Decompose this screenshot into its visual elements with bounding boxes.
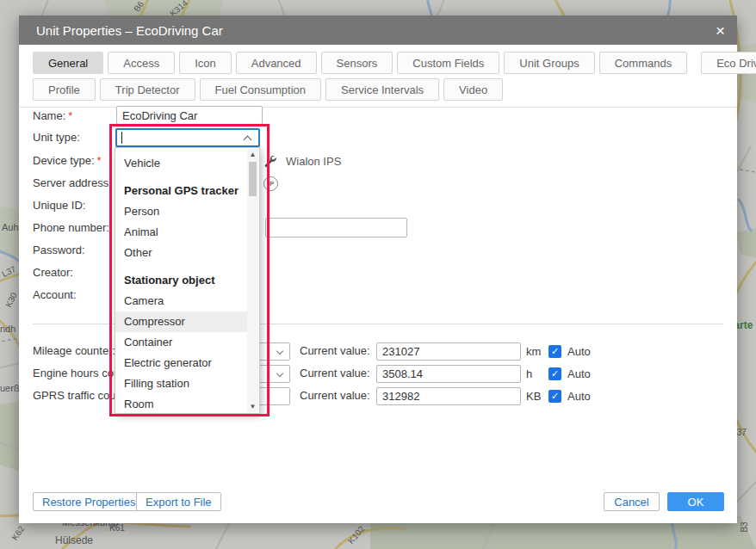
tab-bar: General Access Icon Advanced Sensors Cus… <box>19 45 737 108</box>
tab-sensors[interactable]: Sensors <box>321 52 393 74</box>
gprs-auto-checkbox[interactable]: ✓ <box>548 390 561 403</box>
unique-id-label: Unique ID: <box>33 199 85 213</box>
chevron-down-icon <box>276 370 283 377</box>
tab-unit-groups[interactable]: Unit Groups <box>504 52 594 74</box>
mileage-auto-checkbox[interactable]: ✓ <box>548 345 561 358</box>
scroll-up-icon[interactable]: ▲ <box>247 149 258 160</box>
export-to-file-button[interactable]: Export to File <box>136 492 221 511</box>
dropdown-item-filling-station[interactable]: Filling station <box>115 373 248 394</box>
device-type-label: Device type:* <box>33 154 102 168</box>
tab-access[interactable]: Access <box>108 52 175 74</box>
unit-km: km <box>526 345 541 358</box>
account-label: Account: <box>33 288 77 302</box>
engine-hours-value-input[interactable] <box>376 365 521 383</box>
dropdown-group-stationary-object: Stationary object <box>115 270 248 291</box>
ok-button[interactable]: OK <box>667 492 724 511</box>
wrench-icon <box>263 154 276 168</box>
name-input[interactable] <box>116 106 263 125</box>
dropdown-scrollbar[interactable]: ▲ ▼ <box>247 149 258 412</box>
map-place-label: uerß <box>0 383 20 393</box>
unit-type-input[interactable] <box>115 128 260 147</box>
dropdown-items: Vehicle Personal GPS tracker Person Anim… <box>115 148 248 414</box>
dropdown-group-personal-gps-tracker: Personal GPS tracker <box>115 181 248 201</box>
tab-video[interactable]: Video <box>443 78 503 101</box>
auto-label: Auto <box>567 367 591 380</box>
password-label: Password: <box>33 244 85 257</box>
dropdown-item-container[interactable]: Container <box>115 332 248 353</box>
dropdown-item-electric-generator[interactable]: Electric generator <box>115 353 248 373</box>
tab-eco-driving[interactable]: Eco Driving <box>701 52 756 74</box>
tab-general[interactable]: General <box>33 52 103 74</box>
cancel-button[interactable]: Cancel <box>604 492 660 511</box>
chevron-down-icon <box>276 348 283 355</box>
mileage-counter-label: Mileage counter: <box>33 344 115 358</box>
tab-icon[interactable]: Icon <box>179 52 232 74</box>
tab-profile[interactable]: Profile <box>33 78 96 101</box>
dropdown-item-person[interactable]: Person <box>115 201 248 222</box>
map-place-label: Hülsede <box>55 534 93 546</box>
gprs-traffic-value-input[interactable] <box>376 387 521 405</box>
map-road-label: K61 <box>109 523 125 533</box>
current-value-label: Current value: <box>300 344 370 358</box>
map-road-label: B3 <box>740 521 749 532</box>
required-asterisk: * <box>97 154 102 167</box>
map-place-label: ndh <box>0 324 15 334</box>
dropdown-item-other[interactable]: Other <box>115 243 248 263</box>
chevron-up-icon[interactable] <box>244 136 252 145</box>
close-icon[interactable]: × <box>716 22 725 39</box>
unit-h: h <box>526 367 532 380</box>
tab-trip-detector[interactable]: Trip Detector <box>100 78 195 101</box>
dropdown-item-camera[interactable]: Camera <box>115 291 248 312</box>
required-asterisk: * <box>68 109 72 122</box>
dropdown-item-vehicle[interactable]: Vehicle <box>115 153 248 174</box>
tab-advanced[interactable]: Advanced <box>236 52 317 74</box>
dropdown-item-compressor[interactable]: Compressor <box>115 312 248 332</box>
auto-label: Auto <box>567 345 591 358</box>
scroll-down-icon[interactable]: ▼ <box>247 401 258 412</box>
current-value-label: Current value: <box>300 389 370 403</box>
dropdown-item-room[interactable]: Room <box>115 394 248 414</box>
mileage-value-input[interactable] <box>376 342 521 361</box>
tab-fuel-consumption[interactable]: Fuel Consumption <box>200 78 322 101</box>
creator-label: Creator: <box>33 266 73 280</box>
server-address-label: Server address: <box>33 176 112 190</box>
unit-type-dropdown-list: Vehicle Personal GPS tracker Person Anim… <box>115 147 260 414</box>
unit-kb: KB <box>526 390 541 403</box>
scrollbar-thumb[interactable] <box>249 162 257 196</box>
name-label: Name:* <box>33 109 72 123</box>
phone-number-input[interactable] <box>265 218 407 237</box>
device-type-value: Wialon IPS <box>286 155 341 168</box>
tab-service-intervals[interactable]: Service Intervals <box>325 78 439 101</box>
tab-row-2: Profile Trip Detector Fuel Consumption S… <box>33 78 723 101</box>
text-cursor <box>121 132 122 144</box>
dialog-title: Unit Properties – EcoDriving Car <box>36 23 223 38</box>
tab-commands[interactable]: Commands <box>599 52 687 74</box>
tab-row-1: General Access Icon Advanced Sensors Cus… <box>33 52 723 74</box>
current-value-label: Current value: <box>300 367 370 380</box>
engine-hours-auto-checkbox[interactable]: ✓ <box>548 367 561 380</box>
restore-properties-button[interactable]: Restore Properties <box>33 492 145 511</box>
dialog-titlebar: Unit Properties – EcoDriving Car × <box>19 15 737 45</box>
ip-icon: IP <box>263 176 278 191</box>
map-place-label: Auh <box>2 222 19 232</box>
phone-number-label: Phone number: <box>33 221 109 235</box>
tab-custom-fields[interactable]: Custom Fields <box>397 52 499 74</box>
dropdown-item-animal[interactable]: Animal <box>115 222 248 243</box>
unit-type-label: Unit type: <box>33 131 80 145</box>
unit-properties-dialog: Unit Properties – EcoDriving Car × Gener… <box>19 15 737 523</box>
auto-label: Auto <box>567 390 591 403</box>
